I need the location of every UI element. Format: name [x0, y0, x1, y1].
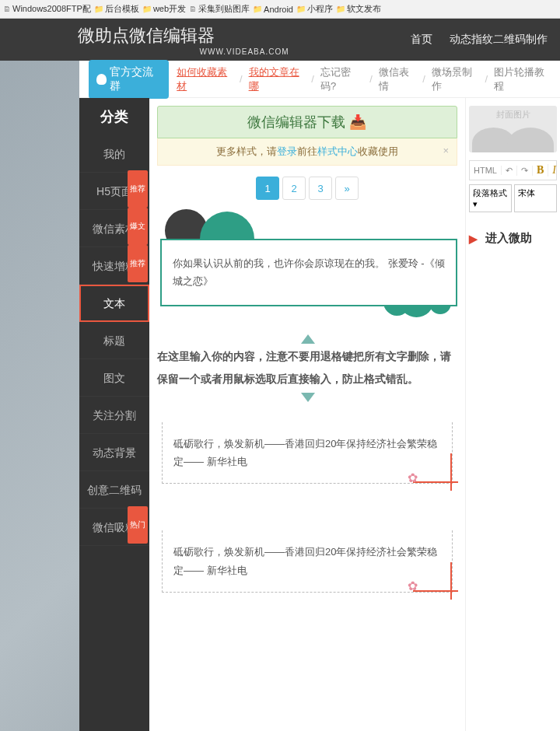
folder-icon: 📁 — [336, 5, 345, 13]
sidebar-item-mine[interactable]: 我的 — [79, 135, 149, 173]
triangle-up-icon — [301, 334, 315, 344]
pagination: 1 2 3 » — [157, 177, 457, 200]
category-sidebar: 分类 我的 推荐H5页面 爆文微信素材 推荐快速增粉 文本 标题 图文 关注分割… — [79, 98, 149, 731]
bold-button[interactable]: B — [533, 164, 548, 177]
close-icon[interactable]: × — [443, 145, 449, 156]
qq-group-button[interactable]: 官方交流群 — [89, 60, 169, 99]
link-wechat-emoji[interactable]: 微信表情 — [379, 65, 417, 93]
bookmark-item[interactable]: 📁小程序 — [296, 3, 333, 15]
link-carousel[interactable]: 图片轮播教程 — [494, 65, 551, 93]
undo-icon[interactable]: ↶ — [502, 166, 517, 176]
nav-qrcode[interactable]: 动态指纹二维码制作 — [450, 33, 548, 47]
template-dashed-box[interactable]: 砥砺歌行，焕发新机——香港回归20年保持经济社会繁荣稳定—— 新华社电 ✿ — [162, 530, 453, 593]
folder-icon: 📁 — [142, 5, 152, 13]
zhihu-icon: 知 — [466, 704, 478, 720]
paragraph-format-select[interactable]: 段落格式 ▾ — [469, 184, 512, 212]
nav-home[interactable]: 首页 — [411, 33, 432, 47]
sidebar-item-text[interactable]: 文本 — [79, 285, 149, 322]
bookmarks-bar: 🗎Windows2008FTP配 📁后台模板 📁web开发 🗎采集到贴图库 📁A… — [0, 0, 560, 19]
page-next[interactable]: » — [335, 177, 359, 200]
sidebar-item-image-text[interactable]: 图文 — [79, 359, 149, 397]
login-link[interactable]: 登录 — [277, 145, 297, 157]
template-quote-box[interactable]: 你如果认识从前的我，也许你会原谅现在的我。 张爱玲 -《倾城之恋》 — [157, 215, 457, 306]
font-select[interactable]: 宋体 — [514, 184, 557, 212]
folder-icon: 📁 — [94, 5, 103, 13]
cover-image-placeholder[interactable]: 封面图片 — [469, 106, 557, 152]
link-my-articles[interactable]: 我的文章在哪 — [249, 65, 306, 93]
template-dashed-box[interactable]: 砥砺歌行，焕发新机——香港回归20年保持经济社会繁荣稳定—— 新华社电 ✿ — [162, 422, 453, 484]
template-text: 你如果认识从前的我，也许你会原谅现在的我。 张爱玲 -《倾城之恋》 — [160, 239, 457, 306]
sidebar-item-h5[interactable]: 推荐H5页面 — [79, 173, 149, 210]
bookmark-item[interactable]: 🗎Windows2008FTP配 — [3, 3, 91, 15]
decor-line — [413, 590, 458, 592]
triangle-down-icon — [301, 393, 315, 402]
more-styles-banner: 更多样式，请登录前往样式中心收藏使用 × — [157, 138, 457, 166]
bookmark-item[interactable]: 🗎采集到贴图库 — [189, 3, 250, 15]
main-container: 官方交流群 如何收藏素材 / 我的文章在哪 / 忘记密码? / 微信表情 / 微… — [79, 61, 560, 731]
sidebar-item-wechat-fans[interactable]: 热门微信吸粉 — [79, 509, 149, 546]
folder-icon: 📁 — [253, 5, 262, 13]
decor-line — [450, 562, 452, 600]
editor-toolbar: HTML ↶ ↷ B I — [469, 160, 557, 180]
flower-icon: ✿ — [408, 575, 418, 598]
sidebar-item-follow-divider[interactable]: 关注分割 — [79, 397, 149, 434]
sidebar-item-title[interactable]: 标题 — [79, 322, 149, 359]
top-links: 如何收藏素材 / 我的文章在哪 / 忘记密码? / 微信表情 / 微场景制作 /… — [177, 65, 551, 93]
file-icon: 🗎 — [189, 5, 197, 13]
page-3[interactable]: 3 — [309, 177, 332, 200]
link-forgot-password[interactable]: 忘记密码? — [320, 65, 363, 93]
bookmark-item[interactable]: 📁Android — [253, 5, 293, 14]
topbar: 官方交流群 如何收藏素材 / 我的文章在哪 / 忘记密码? / 微信表情 / 微… — [79, 61, 560, 98]
watermark: 知 知乎 @weier — [466, 704, 549, 720]
editor-panel: 封面图片 HTML ↶ ↷ B I 段落格式 ▾ 宋体 — [465, 98, 560, 731]
html-button[interactable]: HTML — [470, 166, 502, 175]
site-header: 微助点微信编辑器 WWW.VIDEABA.COM 首页 动态指纹二维码制作 — [0, 19, 560, 61]
logo-title: 微助点微信编辑器 — [78, 24, 411, 47]
decor-line — [450, 453, 452, 491]
folder-icon: 📁 — [296, 5, 306, 13]
bookmark-item[interactable]: 📁软文发布 — [336, 3, 381, 15]
logo-subtitle: WWW.VIDEABA.COM — [78, 47, 411, 56]
link-scene[interactable]: 微场景制作 — [432, 65, 479, 93]
bullet-icon: ▶ — [469, 233, 478, 245]
decor-line — [413, 481, 458, 483]
redo-icon[interactable]: ↷ — [517, 166, 533, 176]
bookmark-item[interactable]: 📁后台模板 — [94, 3, 139, 15]
sidebar-item-fans[interactable]: 推荐快速增粉 — [79, 247, 149, 285]
editor-content[interactable]: ▶ 进入微助 — [469, 231, 557, 246]
page-1[interactable]: 1 — [256, 177, 279, 200]
template-list: 微信编辑器下载 📥 更多样式，请登录前往样式中心收藏使用 × 1 2 3 » — [149, 98, 465, 731]
sidebar-item-creative-qr[interactable]: 创意二维码 — [79, 471, 149, 509]
header-nav: 首页 动态指纹二维码制作 — [411, 33, 560, 47]
sidebar-item-wechat-material[interactable]: 爆文微信素材 — [79, 210, 149, 247]
qq-icon — [96, 74, 107, 85]
category-header: 分类 — [79, 98, 149, 135]
bookmark-item[interactable]: 📁web开发 — [142, 3, 186, 15]
logo[interactable]: 微助点微信编辑器 WWW.VIDEABA.COM — [78, 24, 411, 56]
template-triangle-text[interactable]: 在这里输入你的内容，注意不要用退格键把所有文字删除，请保留一个或者用鼠标选取后直… — [157, 345, 457, 391]
sidebar-item-dynamic-bg[interactable]: 动态背景 — [79, 434, 149, 471]
link-collect[interactable]: 如何收藏素材 — [177, 65, 233, 93]
style-center-link[interactable]: 样式中心 — [317, 145, 358, 157]
page-2[interactable]: 2 — [282, 177, 306, 200]
italic-button[interactable]: I — [548, 164, 560, 177]
flower-icon: ✿ — [408, 467, 418, 490]
download-banner[interactable]: 微信编辑器下载 📥 — [157, 106, 457, 138]
file-icon: 🗎 — [3, 5, 11, 13]
